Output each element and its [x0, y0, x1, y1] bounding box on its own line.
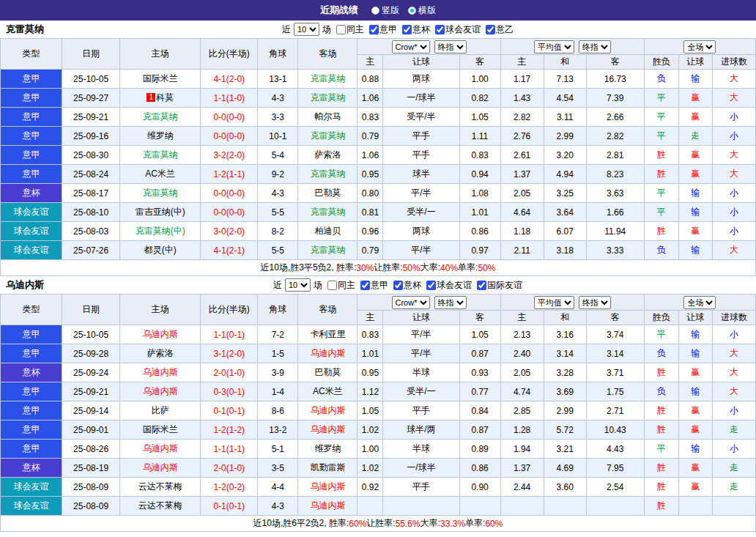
- filter-checkbox[interactable]: 球会友谊: [435, 23, 481, 36]
- avg-away-cell: 3.63: [586, 184, 644, 203]
- home-team-link[interactable]: 都灵(中): [144, 245, 177, 255]
- away-team-link[interactable]: 乌迪内斯: [310, 481, 345, 492]
- odds-stage-select[interactable]: 终指: [434, 296, 467, 309]
- col-header: 比分(半场): [201, 39, 258, 70]
- home-team-cell: 雷吉亚纳(中): [120, 203, 201, 222]
- away-team-link[interactable]: 克雷莫纳: [310, 207, 345, 217]
- radio-label: 竖版: [382, 4, 399, 17]
- avg-draw-cell: 3.20: [544, 146, 586, 165]
- home-team-link[interactable]: 科莫: [156, 92, 174, 103]
- checkbox-input[interactable]: [369, 25, 379, 34]
- away-team-link[interactable]: 乌迪内斯: [310, 405, 345, 415]
- home-team-cell: 国际米兰: [120, 70, 201, 89]
- filter-checkbox[interactable]: 意甲: [369, 23, 397, 36]
- result-handicap-cell: 输: [678, 382, 712, 401]
- result-scope-select[interactable]: 全场: [683, 296, 716, 309]
- filter-checkbox[interactable]: 意杯: [402, 23, 430, 36]
- avg-stage-select[interactable]: 终指: [579, 40, 611, 53]
- recent-count-select[interactable]: 10: [285, 278, 311, 292]
- avg-home-cell: 1.17: [500, 70, 544, 89]
- layout-radio[interactable]: 横版: [408, 4, 436, 17]
- odds-away-cell: 1.11: [459, 127, 500, 146]
- date-cell: 25-08-30: [62, 146, 120, 165]
- home-team-link[interactable]: 比萨: [152, 405, 169, 415]
- checkbox-input[interactable]: [327, 281, 337, 290]
- home-team-link[interactable]: 乌迪内斯: [143, 386, 178, 396]
- odds-home-cell: 0.95: [357, 363, 383, 382]
- away-team-link[interactable]: 乌迪内斯: [310, 424, 345, 434]
- checkbox-input[interactable]: [360, 281, 370, 290]
- filter-checkbox[interactable]: 球会友谊: [426, 279, 472, 292]
- filter-checkbox[interactable]: 意杯: [393, 279, 421, 292]
- checkbox-input[interactable]: [435, 25, 445, 34]
- date-cell: 25-10-05: [62, 70, 120, 89]
- home-team-link[interactable]: 雷吉亚纳(中): [136, 207, 185, 217]
- away-team-link[interactable]: 巴勒莫: [314, 188, 341, 198]
- odds-away-cell: [459, 497, 500, 516]
- odds-company-select[interactable]: Crow*: [392, 296, 430, 309]
- away-team-link[interactable]: 凯勤雷斯: [310, 462, 345, 473]
- home-team-link[interactable]: 克雷莫纳: [143, 149, 178, 160]
- odds-home-cell: 1.06: [357, 89, 383, 108]
- checkbox-input[interactable]: [393, 281, 403, 290]
- filter-checkbox[interactable]: 同主: [327, 279, 355, 292]
- away-team-link[interactable]: 巴勒莫: [314, 367, 341, 377]
- checkbox-label: 意乙: [496, 23, 514, 36]
- odds-stage-select[interactable]: 终指: [434, 40, 467, 53]
- away-team-link[interactable]: 柏迪贝: [314, 226, 341, 236]
- away-team-link[interactable]: 帕尔马: [314, 111, 341, 122]
- corner-cell: 9-2: [258, 165, 298, 184]
- odds-company-select[interactable]: Crow*: [392, 40, 430, 53]
- handicap-cell: 半球: [383, 440, 459, 459]
- date-cell: 25-08-09: [62, 497, 120, 516]
- away-team-link[interactable]: 克雷莫纳: [310, 245, 345, 255]
- home-team-link[interactable]: 国际米兰: [143, 424, 178, 434]
- result-handicap-cell: 走: [678, 127, 712, 146]
- home-team-link[interactable]: 乌迪内斯: [143, 462, 178, 473]
- home-team-link[interactable]: 乌迪内斯: [143, 367, 178, 377]
- home-team-link[interactable]: AC米兰: [145, 168, 175, 179]
- result-scope-select[interactable]: 全场: [683, 40, 716, 53]
- corner-cell: 8-2: [258, 222, 298, 241]
- radio-label: 横版: [418, 4, 436, 17]
- home-team-link[interactable]: 云达不莱梅: [138, 500, 182, 511]
- checkbox-label: 球会友谊: [445, 23, 481, 36]
- home-team-link[interactable]: 乌迪内斯: [143, 443, 178, 453]
- checkbox-input[interactable]: [426, 281, 436, 290]
- avg-source-select[interactable]: 平均值: [534, 40, 574, 53]
- checkbox-input[interactable]: [477, 281, 486, 290]
- avg-stage-select[interactable]: 终指: [579, 296, 611, 309]
- layout-radio[interactable]: 竖版: [371, 4, 399, 17]
- away-team-link[interactable]: 萨索洛: [314, 149, 341, 160]
- away-team-link[interactable]: 乌迪内斯: [310, 348, 345, 358]
- avg-source-select[interactable]: 平均值: [534, 296, 574, 309]
- filter-checkbox[interactable]: 意乙: [486, 23, 514, 36]
- home-team-link[interactable]: 国际米兰: [143, 73, 178, 84]
- away-team-link[interactable]: AC米兰: [313, 386, 343, 396]
- home-team-link[interactable]: 云达不莱梅: [138, 481, 182, 492]
- away-team-cell: 巴勒莫: [298, 184, 357, 203]
- home-team-link[interactable]: 克雷莫纳: [143, 188, 178, 198]
- checkbox-input[interactable]: [486, 25, 495, 34]
- filter-checkbox[interactable]: 国际友谊: [477, 279, 522, 292]
- home-team-link[interactable]: 乌迪内斯: [143, 329, 178, 339]
- recent-count-select[interactable]: 10: [294, 23, 319, 36]
- checkbox-input[interactable]: [336, 25, 346, 34]
- away-team-link[interactable]: 维罗纳: [314, 443, 341, 453]
- away-team-link[interactable]: 乌迪内斯: [310, 500, 345, 511]
- home-team-link[interactable]: 维罗纳: [147, 130, 174, 141]
- odds-away-cell: 1.05: [459, 325, 500, 344]
- away-team-link[interactable]: 克雷莫纳: [310, 130, 345, 141]
- away-team-link[interactable]: 卡利亚里: [310, 329, 345, 339]
- home-team-link[interactable]: 克雷莫纳(中): [136, 226, 185, 236]
- filter-checkbox[interactable]: 意甲: [360, 279, 388, 292]
- checkbox-input[interactable]: [402, 25, 412, 34]
- away-team-link[interactable]: 克雷莫纳: [310, 92, 345, 103]
- away-team-link[interactable]: 克雷莫纳: [310, 168, 345, 179]
- home-team-link[interactable]: 萨索洛: [147, 348, 174, 358]
- home-team-link[interactable]: 克雷莫纳: [143, 111, 178, 122]
- summary-text: 让胜率:: [374, 262, 402, 274]
- away-team-link[interactable]: 克雷莫纳: [310, 73, 345, 84]
- filter-checkbox[interactable]: 同主: [336, 23, 364, 36]
- odds-home-cell: 0.79: [357, 241, 383, 260]
